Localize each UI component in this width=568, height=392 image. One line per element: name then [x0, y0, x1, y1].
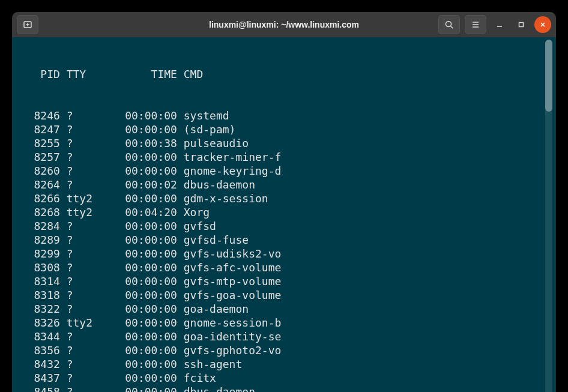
process-row: 8268 tty2 00:04:20 Xorg — [14, 205, 545, 219]
svg-point-3 — [446, 22, 452, 27]
terminal-window: linuxmi@linuxmi: ~/www.linuxmi.com — [12, 12, 556, 392]
search-icon — [444, 20, 454, 29]
new-tab-button[interactable] — [17, 15, 38, 34]
process-row: 8255 ? 00:00:38 pulseaudio — [14, 136, 545, 150]
titlebar-right — [438, 15, 551, 34]
minimize-icon — [496, 21, 503, 28]
process-row: 8289 ? 00:00:00 gvfsd-fuse — [14, 233, 545, 247]
process-row: 8260 ? 00:00:00 gnome-keyring-d — [14, 164, 545, 178]
terminal-content: PID TTY TIME CMD 8246 ? 00:00:00 systemd… — [14, 40, 545, 392]
process-row: 8458 ? 00:00:00 dbus-daemon — [14, 385, 545, 392]
process-header: PID TTY TIME CMD — [14, 67, 545, 81]
maximize-button[interactable] — [513, 16, 530, 33]
process-row: 8437 ? 00:00:00 fcitx — [14, 371, 545, 385]
titlebar-left — [17, 15, 38, 34]
process-row: 8322 ? 00:00:00 goa-daemon — [14, 302, 545, 316]
process-row: 8284 ? 00:00:00 gvfsd — [14, 219, 545, 233]
maximize-icon — [518, 21, 525, 28]
close-icon — [539, 21, 546, 28]
process-row: 8314 ? 00:00:00 gvfs-mtp-volume — [14, 274, 545, 288]
search-button[interactable] — [438, 15, 460, 34]
process-row: 8432 ? 00:00:00 ssh-agent — [14, 357, 545, 371]
process-row: 8257 ? 00:00:00 tracker-miner-f — [14, 150, 545, 164]
menu-button[interactable] — [465, 15, 486, 34]
process-row: 8356 ? 00:00:00 gvfs-gphoto2-vo — [14, 343, 545, 357]
process-row: 8326 tty2 00:00:00 gnome-session-b — [14, 316, 545, 330]
svg-line-4 — [451, 26, 453, 29]
process-row: 8299 ? 00:00:00 gvfs-udisks2-vo — [14, 247, 545, 261]
process-row: 8308 ? 00:00:00 gvfs-afc-volume — [14, 261, 545, 274]
close-button[interactable] — [534, 16, 551, 33]
process-row: 8266 tty2 00:00:00 gdm-x-session — [14, 191, 545, 205]
new-tab-icon — [23, 20, 32, 29]
process-row: 8318 ? 00:00:00 gvfs-goa-volume — [14, 288, 545, 302]
scrollbar[interactable] — [545, 40, 552, 392]
process-row: 8264 ? 00:00:02 dbus-daemon — [14, 178, 545, 191]
titlebar: linuxmi@linuxmi: ~/www.linuxmi.com — [12, 12, 556, 37]
terminal-body[interactable]: PID TTY TIME CMD 8246 ? 00:00:00 systemd… — [12, 37, 556, 392]
process-row: 8344 ? 00:00:00 goa-identity-se — [14, 330, 545, 343]
hamburger-icon — [471, 20, 480, 29]
minimize-button[interactable] — [491, 16, 508, 33]
process-row: 8246 ? 00:00:00 systemd — [14, 109, 545, 122]
window-title: linuxmi@linuxmi: ~/www.linuxmi.com — [209, 20, 359, 29]
process-row: 8247 ? 00:00:00 (sd-pam) — [14, 122, 545, 136]
scrollbar-thumb[interactable] — [545, 40, 552, 112]
svg-rect-9 — [519, 23, 524, 27]
